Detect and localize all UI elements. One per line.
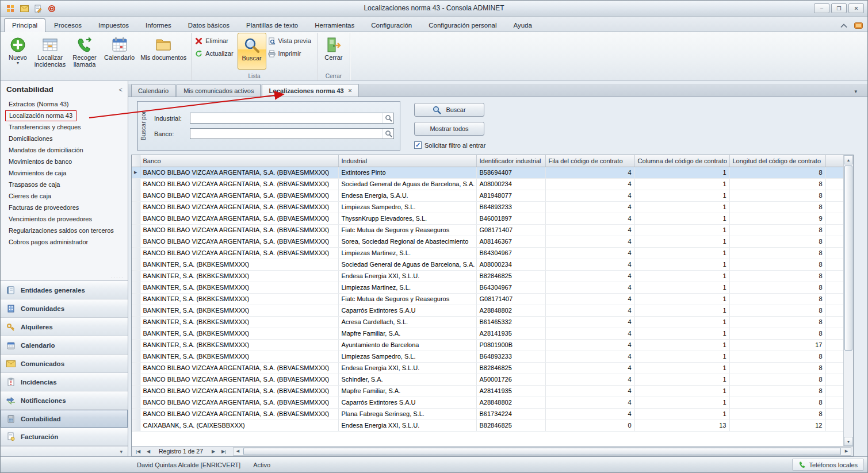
cell-banco[interactable]: BANCO BILBAO VIZCAYA ARGENTARIA, S.A. (B…	[140, 167, 338, 178]
cell-industrial[interactable]: Caparrós Extintores S.A.U	[338, 305, 476, 316]
cell-longitud[interactable]: 9	[729, 213, 825, 224]
table-row[interactable]: ▶ BANCO BILBAO VIZCAYA ARGENTARIA, S.A. …	[132, 190, 843, 201]
cell-fila[interactable]: 4	[545, 236, 634, 247]
cell-fila[interactable]: 4	[545, 362, 634, 374]
cell-longitud[interactable]: 8	[729, 178, 825, 190]
sidebar-section-entidades-generales[interactable]: Entidades generales	[1, 280, 128, 299]
cell-fila[interactable]: 4	[545, 247, 634, 259]
cell-columna[interactable]: 1	[634, 224, 729, 236]
cell-fila[interactable]: 4	[545, 385, 634, 397]
sidebar-item[interactable]: Facturas de proveedores	[1, 202, 128, 213]
tab-close-icon[interactable]: ✕	[348, 88, 353, 94]
cell-columna[interactable]: 1	[634, 362, 729, 374]
cell-banco[interactable]: BANCO BILBAO VIZCAYA ARGENTARIA, S.A. (B…	[140, 178, 338, 190]
table-row[interactable]: ▶ BANCO BILBAO VIZCAYA ARGENTARIA, S.A. …	[132, 201, 843, 213]
cell-industrial[interactable]: Endesa Energia XXI, S.L.U.	[338, 270, 476, 282]
cell-industrial[interactable]: Extintores Pinto	[338, 167, 476, 178]
scroll-up-icon[interactable]: ▲	[844, 155, 853, 164]
column-header-longitud[interactable]: Longitud del código de contrato	[729, 155, 825, 167]
cell-industrial[interactable]: Fiatc Mutua de Seguros y Reaseguros	[338, 293, 476, 305]
close-button[interactable]: ✕	[848, 3, 864, 13]
cell-industrial[interactable]: Limpiezas Sampedro, S.L.	[338, 351, 476, 362]
cell-identificador[interactable]: A28141935	[476, 328, 545, 339]
cell-identificador[interactable]: G08171407	[476, 224, 545, 236]
notes-icon[interactable]	[32, 3, 44, 14]
sidebar-item[interactable]: Movimientos de caja	[1, 167, 128, 179]
sidebar-section-comunicados[interactable]: Comunicados	[1, 354, 128, 372]
cell-columna[interactable]: 1	[634, 190, 729, 201]
table-row[interactable]: ▶ BANCO BILBAO VIZCAYA ARGENTARIA, S.A. …	[132, 362, 843, 374]
cell-columna[interactable]: 1	[634, 213, 729, 224]
table-row[interactable]: ▶ BANKINTER, S.A. (BKBKESMMXXX) Endesa E…	[132, 270, 843, 282]
tab-list-dropdown-icon[interactable]: ▾	[854, 89, 857, 97]
cell-industrial[interactable]: Schindler, S.A.	[338, 374, 476, 385]
cell-longitud[interactable]: 12	[729, 420, 825, 431]
cell-banco[interactable]: BANKINTER, S.A. (BKBKESMMXXX)	[140, 305, 338, 316]
sidebar-item[interactable]: Localización norma 43	[1, 110, 128, 121]
cell-identificador[interactable]: B64893233	[476, 201, 545, 213]
cell-fila[interactable]: 4	[545, 408, 634, 420]
prev-record-button[interactable]: ◀	[144, 448, 153, 455]
cell-fila[interactable]: 4	[545, 328, 634, 339]
cell-longitud[interactable]: 8	[729, 351, 825, 362]
cell-columna[interactable]: 1	[634, 385, 729, 397]
cell-identificador[interactable]: B58694407	[476, 167, 545, 178]
cell-industrial[interactable]: Mapfre Familiar, S.A.	[338, 328, 476, 339]
table-row[interactable]: ▶ BANKINTER, S.A. (BKBKESMMXXX) Fiatc Mu…	[132, 293, 843, 305]
restore-button[interactable]: ❐	[831, 3, 847, 13]
cell-identificador[interactable]: A08000234	[476, 259, 545, 270]
cell-fila[interactable]: 4	[545, 201, 634, 213]
cell-industrial[interactable]: Sorea, Sociedad Regional de Abastecimien…	[338, 236, 476, 247]
cell-fila[interactable]: 4	[545, 351, 634, 362]
cell-banco[interactable]: BANCO BILBAO VIZCAYA ARGENTARIA, S.A. (B…	[140, 190, 338, 201]
cell-identificador[interactable]: B61734224	[476, 408, 545, 420]
cell-longitud[interactable]: 8	[729, 167, 825, 178]
buscar-button[interactable]: Buscar	[414, 103, 484, 117]
table-row[interactable]: ▶ BANKINTER, S.A. (BKBKESMMXXX) Sociedad…	[132, 259, 843, 270]
column-header-identificador[interactable]: Identificador industrial	[476, 155, 545, 167]
cell-fila[interactable]: 4	[545, 178, 634, 190]
cell-identificador[interactable]: A08000234	[476, 178, 545, 190]
cell-longitud[interactable]: 8	[729, 282, 825, 293]
cell-columna[interactable]: 1	[634, 408, 729, 420]
horizontal-scroll-track[interactable]	[242, 448, 842, 455]
buscar-ribbon-button[interactable]: Buscar	[238, 33, 266, 70]
cell-fila[interactable]: 4	[545, 213, 634, 224]
cell-fila[interactable]: 4	[545, 316, 634, 328]
table-row[interactable]: ▶ BANCO BILBAO VIZCAYA ARGENTARIA, S.A. …	[132, 224, 843, 236]
cell-industrial[interactable]: Endesa Energia XXI, S.L.U.	[338, 362, 476, 374]
collapse-sidebar-icon[interactable]: <	[119, 86, 123, 93]
minimize-button[interactable]: –	[814, 3, 829, 13]
table-row[interactable]: ▶ BANKINTER, S.A. (BKBKESMMXXX) Mapfre F…	[132, 328, 843, 339]
cell-banco[interactable]: BANKINTER, S.A. (BKBKESMMXXX)	[140, 339, 338, 351]
cerrar-button[interactable]: Cerrar	[319, 33, 348, 70]
sidebar-section-incidencias[interactable]: Incidencias	[1, 372, 128, 391]
sidebar-section-comunidades[interactable]: Comunidades	[1, 299, 128, 317]
cell-identificador[interactable]: A08146367	[476, 236, 545, 247]
cell-columna[interactable]: 1	[634, 178, 729, 190]
cell-industrial[interactable]: Plana Fabrega Serinseg, S.L.	[338, 408, 476, 420]
first-record-button[interactable]: |◀	[133, 448, 143, 455]
cell-columna[interactable]: 13	[634, 420, 729, 431]
cell-industrial[interactable]: ThyssnKrupp Elevadores, S.L.	[338, 213, 476, 224]
cell-longitud[interactable]: 8	[729, 397, 825, 408]
cell-industrial[interactable]: Sociedad General de Aguas de Barcelona, …	[338, 259, 476, 270]
cell-columna[interactable]: 1	[634, 328, 729, 339]
cell-longitud[interactable]: 8	[729, 316, 825, 328]
ribbon-tab[interactable]: Ayuda	[506, 18, 540, 32]
cell-fila[interactable]: 4	[545, 374, 634, 385]
vista-previa-button[interactable]: Vista previa	[266, 35, 315, 47]
cell-industrial[interactable]: Endesa Energia, S.A.U.	[338, 190, 476, 201]
cell-fila[interactable]: 4	[545, 190, 634, 201]
next-record-button[interactable]: ▶	[209, 448, 218, 455]
cell-longitud[interactable]: 8	[729, 259, 825, 270]
vertical-scroll-thumb[interactable]	[844, 166, 852, 351]
cell-banco[interactable]: BANCO BILBAO VIZCAYA ARGENTARIA, S.A. (B…	[140, 397, 338, 408]
ribbon-tab[interactable]: Informes	[137, 18, 179, 32]
sidebar-section-facturacion[interactable]: Facturación	[1, 428, 128, 446]
cell-banco[interactable]: BANCO BILBAO VIZCAYA ARGENTARIA, S.A. (B…	[140, 236, 338, 247]
cell-columna[interactable]: 1	[634, 236, 729, 247]
sidebar-item[interactable]: Cierres de caja	[1, 190, 128, 202]
imprimir-button[interactable]: Imprimir	[266, 48, 315, 59]
cell-fila[interactable]: 4	[545, 259, 634, 270]
